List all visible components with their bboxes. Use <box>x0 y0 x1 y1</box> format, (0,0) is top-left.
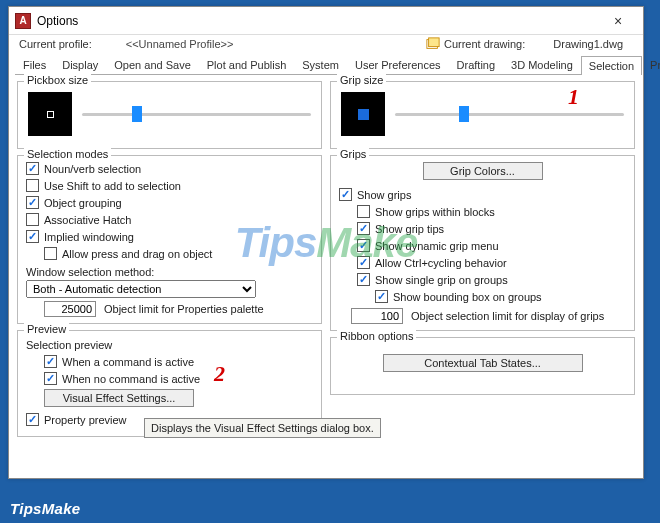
tab-content: Pickbox size Selection modes Noun/verb s… <box>9 75 643 445</box>
current-drawing-name: Drawing1.dwg <box>553 38 623 50</box>
selection-modes-title: Selection modes <box>24 148 111 160</box>
drawing-icon <box>426 37 440 51</box>
tab-profiles[interactable]: Profiles <box>642 55 660 74</box>
checkbox-associative-hatch[interactable] <box>26 213 39 226</box>
close-button[interactable]: × <box>599 9 637 33</box>
preview-title: Preview <box>24 323 69 335</box>
label-bbox-groups: Show bounding box on groups <box>393 291 542 303</box>
label-no-cmd-active: When no command is active <box>62 373 200 385</box>
current-profile-label: Current profile: <box>19 38 92 50</box>
svg-rect-1 <box>429 38 440 47</box>
label-associative-hatch: Associative Hatch <box>44 214 131 226</box>
checkbox-cmd-active[interactable] <box>44 355 57 368</box>
pickbox-size-group: Pickbox size <box>17 81 322 149</box>
label-property-preview: Property preview <box>44 414 127 426</box>
page-footer: TipsMake <box>10 500 81 517</box>
tooltip-ves: Displays the Visual Effect Settings dial… <box>144 418 381 438</box>
checkbox-ctrl-cycle[interactable] <box>357 256 370 269</box>
tab-3d-modeling[interactable]: 3D Modeling <box>503 55 581 74</box>
window-selection-label: Window selection method: <box>26 266 313 278</box>
grips-title: Grips <box>337 148 369 160</box>
label-grips-blocks: Show grips within blocks <box>375 206 495 218</box>
tab-files[interactable]: Files <box>15 55 54 74</box>
label-cmd-active: When a command is active <box>62 356 194 368</box>
autocad-icon: A <box>15 13 31 29</box>
label-dynamic-menu: Show dynamic grip menu <box>375 240 499 252</box>
options-dialog: A Options × Current profile: <<Unnamed P… <box>8 6 644 479</box>
checkbox-property-preview[interactable] <box>26 413 39 426</box>
checkbox-implied-windowing[interactable] <box>26 230 39 243</box>
label-ctrl-cycle: Allow Ctrl+cycling behavior <box>375 257 507 269</box>
profile-bar: Current profile: <<Unnamed Profile>> Cur… <box>9 35 643 55</box>
tab-selection[interactable]: Selection <box>581 56 642 75</box>
tab-plot-and-publish[interactable]: Plot and Publish <box>199 55 295 74</box>
tab-strip: Files Display Open and Save Plot and Pub… <box>15 55 637 75</box>
right-column: Grip size 1 Grips Grip Colors... Show gr… <box>330 81 635 443</box>
grip-size-title: Grip size <box>337 74 386 86</box>
tab-system[interactable]: System <box>294 55 347 74</box>
checkbox-grip-tips[interactable] <box>357 222 370 235</box>
object-limit-spin[interactable] <box>44 301 96 317</box>
object-limit-label: Object limit for Properties palette <box>104 303 264 315</box>
checkbox-single-grip[interactable] <box>357 273 370 286</box>
checkbox-show-grips[interactable] <box>339 188 352 201</box>
checkbox-press-drag[interactable] <box>44 247 57 260</box>
label-shift-add: Use Shift to add to selection <box>44 180 181 192</box>
gripbox-preview <box>341 92 385 136</box>
label-grip-tips: Show grip tips <box>375 223 444 235</box>
checkbox-no-cmd-active[interactable] <box>44 372 57 385</box>
window-selection-combo[interactable]: Both - Automatic detection <box>26 280 256 298</box>
checkbox-object-grouping[interactable] <box>26 196 39 209</box>
checkbox-dynamic-menu[interactable] <box>357 239 370 252</box>
tab-drafting[interactable]: Drafting <box>449 55 504 74</box>
checkbox-grips-blocks[interactable] <box>357 205 370 218</box>
label-object-grouping: Object grouping <box>44 197 122 209</box>
tab-display[interactable]: Display <box>54 55 106 74</box>
current-drawing-label: Current drawing: <box>444 38 525 50</box>
grips-group: Grips Grip Colors... Show grips Show gri… <box>330 155 635 331</box>
label-show-grips: Show grips <box>357 189 411 201</box>
current-profile-name: <<Unnamed Profile>> <box>126 38 234 50</box>
contextual-tab-states-button[interactable]: Contextual Tab States... <box>383 354 583 372</box>
grip-limit-label: Object selection limit for display of gr… <box>411 310 604 322</box>
ribbon-options-group: Ribbon options Contextual Tab States... <box>330 337 635 395</box>
tab-user-preferences[interactable]: User Preferences <box>347 55 449 74</box>
selection-modes-group: Selection modes Noun/verb selection Use … <box>17 155 322 324</box>
preview-group: Preview Selection preview When a command… <box>17 330 322 437</box>
visual-effect-settings-button[interactable]: Visual Effect Settings... <box>44 389 194 407</box>
selection-preview-label: Selection preview <box>26 339 313 351</box>
label-implied-windowing: Implied windowing <box>44 231 134 243</box>
checkbox-shift-add[interactable] <box>26 179 39 192</box>
checkbox-bbox-groups[interactable] <box>375 290 388 303</box>
annotation-1: 1 <box>568 84 579 110</box>
pickbox-preview <box>28 92 72 136</box>
titlebar: A Options × <box>9 7 643 35</box>
tab-open-and-save[interactable]: Open and Save <box>106 55 198 74</box>
grip-size-group: Grip size 1 <box>330 81 635 149</box>
ribbon-options-title: Ribbon options <box>337 330 416 342</box>
checkbox-noun-verb[interactable] <box>26 162 39 175</box>
grip-colors-button[interactable]: Grip Colors... <box>423 162 543 180</box>
window-title: Options <box>37 14 599 28</box>
grip-limit-spin[interactable] <box>351 308 403 324</box>
label-press-drag: Allow press and drag on object <box>62 248 212 260</box>
pickbox-slider[interactable] <box>82 105 311 123</box>
pickbox-size-title: Pickbox size <box>24 74 91 86</box>
left-column: Pickbox size Selection modes Noun/verb s… <box>17 81 322 443</box>
annotation-2: 2 <box>214 361 225 387</box>
gripsize-slider[interactable] <box>395 105 624 123</box>
label-noun-verb: Noun/verb selection <box>44 163 141 175</box>
label-single-grip: Show single grip on groups <box>375 274 508 286</box>
